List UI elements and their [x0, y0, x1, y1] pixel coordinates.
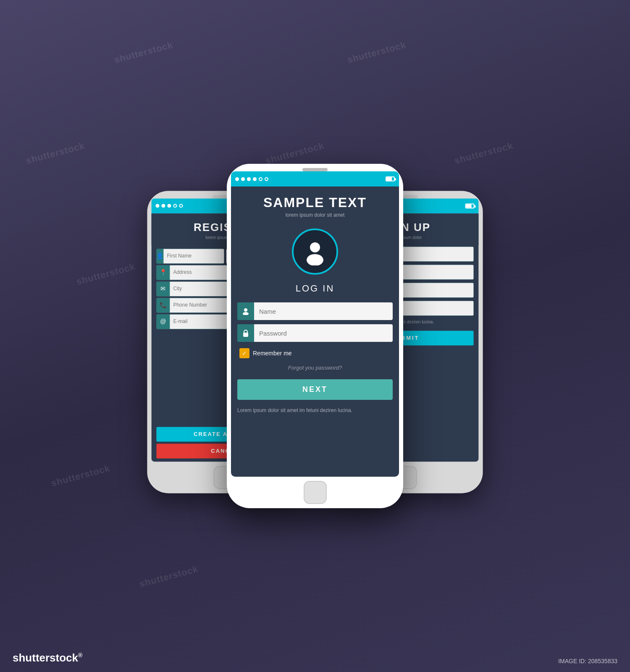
c-dot-5 — [259, 177, 262, 181]
c-dot-1 — [235, 177, 239, 181]
dot-1 — [155, 204, 159, 208]
right-battery-icon — [465, 203, 475, 208]
center-phone: SAMPLE TEXT lorem ipsum dolor sit amet L… — [227, 164, 403, 508]
image-id: IMAGE ID: 208535833 — [558, 658, 617, 664]
phones-container: REGISTER lorem ipsum dolor sit 👤 — [84, 63, 546, 609]
shutterstock-logo: shutterstock® — [13, 651, 82, 664]
next-button[interactable]: NEXT — [237, 379, 393, 400]
name-input[interactable] — [254, 302, 393, 320]
at-icon: @ — [156, 314, 170, 329]
location-icon: 📍 — [156, 265, 170, 280]
svg-rect-4 — [243, 333, 248, 337]
center-home-button[interactable] — [304, 481, 327, 504]
dot-4 — [173, 204, 177, 208]
first-name-field: 👤 — [156, 249, 224, 263]
sample-text-title: SAMPLE TEXT — [239, 195, 391, 210]
password-form-field — [237, 324, 393, 342]
name-icon — [237, 302, 254, 320]
remember-me-label: Remember me — [253, 350, 292, 357]
name-form-field — [237, 302, 393, 320]
forgot-password-link[interactable]: Forgot you password? — [231, 365, 399, 371]
login-label: LOG IN — [231, 283, 399, 294]
center-header: SAMPLE TEXT lorem ipsum dolor sit amet — [231, 186, 399, 222]
phone-icon: 📞 — [156, 298, 170, 312]
svg-point-0 — [310, 242, 320, 252]
left-status-dots — [155, 204, 183, 208]
dot-3 — [167, 204, 171, 208]
svg-point-2 — [244, 308, 247, 312]
password-input[interactable] — [254, 324, 393, 342]
lock-icon — [237, 324, 254, 342]
c-dot-3 — [247, 177, 251, 181]
tag-icon: ✉ — [156, 281, 170, 296]
remember-me-row: ✓ Remember me — [231, 344, 399, 362]
center-phone-speaker — [302, 168, 328, 171]
user-icon: 👤 — [156, 249, 163, 263]
c-dot-4 — [253, 177, 257, 181]
svg-point-3 — [243, 312, 249, 315]
checkbox-icon[interactable]: ✓ — [239, 348, 249, 358]
avatar-container — [231, 228, 399, 275]
center-status-dots — [235, 177, 268, 181]
center-battery-icon — [386, 176, 395, 181]
center-phone-screen: SAMPLE TEXT lorem ipsum dolor sit amet L… — [231, 171, 399, 477]
footer-text: Lorem ipsum dolor sit amet im fetuni dez… — [231, 402, 399, 419]
dot-5 — [179, 204, 183, 208]
sample-text-subtitle: lorem ipsum dolor sit amet — [239, 212, 391, 218]
avatar-ring — [292, 228, 338, 275]
avatar-icon — [302, 238, 329, 265]
svg-point-1 — [307, 254, 323, 265]
center-top-bar — [231, 171, 399, 186]
dot-2 — [161, 204, 165, 208]
center-screen-content: SAMPLE TEXT lorem ipsum dolor sit amet L… — [231, 186, 399, 477]
c-dot-6 — [265, 177, 268, 181]
first-name-input[interactable] — [163, 249, 224, 263]
shutterstock-text: shutterstock® — [13, 651, 82, 664]
c-dot-2 — [241, 177, 245, 181]
